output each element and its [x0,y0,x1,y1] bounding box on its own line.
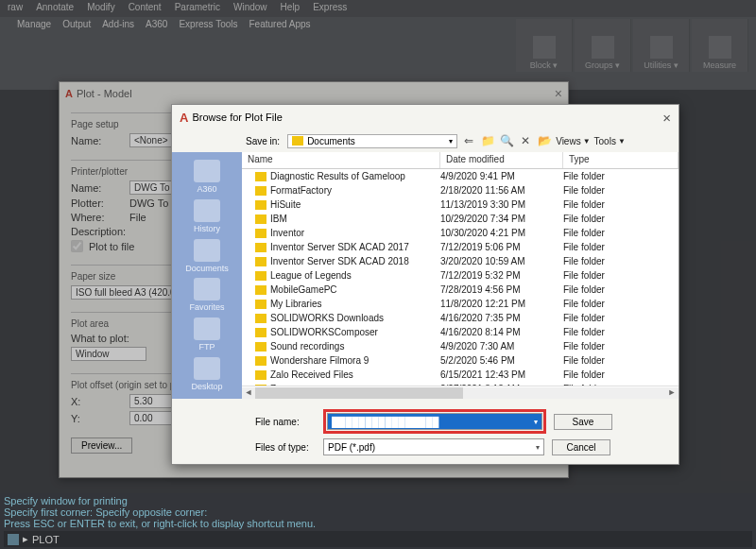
file-row[interactable]: Inventor Server SDK ACAD 20183/20/2020 1… [242,254,679,268]
folder-icon [255,243,266,252]
where-value: File [129,212,146,223]
menu-item[interactable]: Parametric [175,2,220,15]
ribbon-panel[interactable]: Groups ▾ [575,19,631,72]
column-type[interactable]: Type [563,152,679,168]
file-row[interactable]: HiSuite11/13/2019 3:30 PMFile folder [242,197,679,212]
folder-icon [255,370,266,380]
places-item[interactable]: Favorites [179,276,235,314]
places-item[interactable]: FTP [179,316,235,353]
plotter-label: Plotter: [71,197,124,209]
folder-icon [255,300,266,309]
folder-icon [255,356,266,366]
filename-highlight: ████████████████▾ [323,409,546,434]
cancel-button[interactable]: Cancel [552,439,610,455]
offset-y-label: Y: [71,413,124,424]
scroll-right-icon[interactable]: ► [665,387,679,399]
files-of-type-label: Files of type: [255,442,316,453]
save-in-value: Documents [307,136,355,146]
file-row[interactable]: SOLIDWORKSComposer4/16/2020 8:14 PMFile … [242,325,679,339]
menu-bar: rawAnnotateModifyContentParametricWindow… [0,0,756,17]
menu-item[interactable]: Express [313,2,347,15]
file-row[interactable]: Zalo Received Files6/15/2021 12:43 PMFil… [242,368,679,382]
close-icon[interactable]: × [555,86,562,101]
close-icon[interactable]: × [662,110,671,126]
autocad-icon: A [180,111,188,125]
file-list: Diagnostic Results of Gameloop4/9/2020 9… [242,169,679,386]
offset-x-label: X: [71,396,124,407]
ribbon-tab[interactable]: Manage [17,19,51,32]
ribbon-tab[interactable]: Output [62,19,91,32]
folder-icon [255,200,266,210]
where-label: Where: [71,212,124,223]
file-row[interactable]: IBM10/29/2020 7:34 PMFile folder [242,212,679,226]
menu-item[interactable]: Content [129,2,162,15]
autocad-icon: A [65,88,73,99]
file-row[interactable]: My Libraries11/8/2020 12:21 PMFile folde… [242,297,679,311]
file-name-label: File name: [255,417,316,427]
file-row[interactable]: League of Legends7/12/2019 5:32 PMFile f… [242,268,679,283]
column-date[interactable]: Date modified [440,152,563,168]
back-icon[interactable]: ⇐ [461,133,476,148]
menu-item[interactable]: Annotate [36,2,74,15]
file-row[interactable]: Diagnostic Results of Gameloop4/9/2020 9… [242,169,679,183]
what-to-plot-select[interactable]: Window [71,347,146,361]
ribbon-panel[interactable]: Utilities ▾ [633,19,690,72]
scroll-left-icon[interactable]: ◄ [242,387,255,399]
folder-icon [255,229,266,238]
file-row[interactable]: Inventor Server SDK ACAD 20177/12/2019 5… [242,240,679,254]
plot-to-file-checkbox[interactable] [71,240,83,252]
horizontal-scrollbar[interactable]: ◄ ► [242,386,679,399]
save-in-select[interactable]: Documents ▾ [287,134,457,148]
menu-item[interactable]: raw [8,2,23,15]
new-folder-icon[interactable]: 📂 [537,133,552,148]
file-row[interactable]: MobileGamePC7/28/2019 4:56 PMFile folder [242,283,679,297]
up-icon[interactable]: 📁 [480,133,495,148]
folder-icon [255,285,266,295]
file-row[interactable]: Inventor10/30/2020 4:21 PMFile folder [242,226,679,240]
command-line: Specify window for printing Specify firs… [0,493,756,549]
folder-icon [255,314,266,323]
ribbon-tab[interactable]: Add-ins [102,19,134,32]
command-prompt[interactable]: ▸ PLOT [4,531,752,547]
ribbon-panel[interactable]: Block ▾ [516,19,573,72]
description-label: Description: [71,226,124,237]
ribbon-tab[interactable]: A360 [146,19,167,32]
menu-item[interactable]: Modify [87,2,114,15]
places-item[interactable]: Desktop [179,355,235,393]
places-item[interactable]: History [179,197,235,235]
preview-button[interactable]: Preview... [71,437,132,454]
plot-dialog-title: Plot - Model [77,88,132,99]
file-row[interactable]: SOLIDWORKS Downloads4/16/2020 7:35 PMFil… [242,311,679,325]
save-button[interactable]: Save [554,414,612,430]
ribbon-tab[interactable]: Express Tools [179,19,237,32]
browse-dialog: A Browse for Plot File × Save in: Docume… [171,104,679,465]
folder-icon [255,342,266,352]
menu-item[interactable]: Help [281,2,301,15]
places-bar: A360HistoryDocumentsFavoritesFTPDesktop [172,152,242,399]
file-row[interactable]: Wondershare Filmora 95/2/2020 5:46 PMFil… [242,353,679,368]
folder-icon [255,328,266,337]
views-dropdown[interactable]: Views▼ [556,136,590,146]
folder-icon [255,257,266,266]
ribbon-panel[interactable]: Measure [692,19,748,72]
folder-icon [255,214,266,224]
tools-dropdown[interactable]: Tools▼ [594,136,626,146]
ribbon-tab[interactable]: Featured Apps [249,19,311,32]
column-name[interactable]: Name [242,152,440,168]
folder-icon [255,186,266,196]
delete-icon[interactable]: ✕ [518,133,533,148]
places-item[interactable]: Documents [179,237,235,275]
command-history-line: Specify window for printing [4,495,752,506]
search-icon[interactable]: 🔍 [499,133,514,148]
places-item[interactable]: A360 [179,158,235,196]
ribbon: ManageOutputAdd-insA360Express ToolsFeat… [0,17,756,91]
browse-dialog-title: Browse for Plot File [192,112,282,123]
files-of-type-select[interactable]: PDF (*.pdf)▾ [323,438,544,455]
file-row[interactable]: FormatFactory2/18/2020 11:56 AMFile fold… [242,183,679,197]
menu-item[interactable]: Window [233,2,267,15]
file-row[interactable]: Sound recordings4/9/2020 7:30 AMFile fol… [242,339,679,353]
command-history-line: Press ESC or ENTER to exit, or right-cli… [4,518,752,529]
file-name-input[interactable]: ████████████████▾ [327,413,542,430]
save-in-label: Save in: [246,136,280,146]
command-icon [8,534,19,545]
